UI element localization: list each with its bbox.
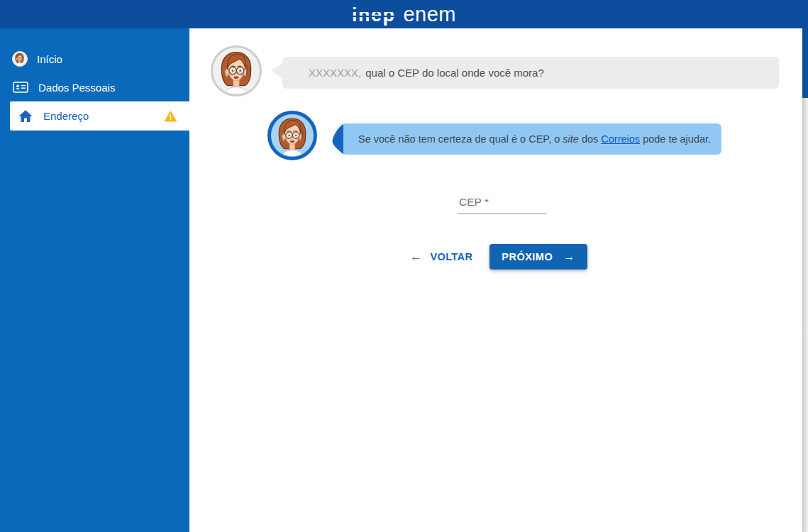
enem-registration-page: inep enem Início Dados Pessoais [0,0,808,532]
sidebar-item-label: Início [37,53,62,65]
inep-enem-logo: inep enem [352,4,456,25]
chat-question-text: XXXXXXX,qual o CEP do local onde você mo… [309,67,544,79]
sidebar-item-dados-pessoais[interactable]: Dados Pessoais [0,73,189,101]
chat-bubble-question: XXXXXXX,qual o CEP do local onde você mo… [282,57,779,89]
sidebar-item-inicio[interactable]: Início [0,45,189,73]
user-name-placeholder: XXXXXXX, [309,67,361,79]
hint-part3: pode te ajudar. [640,133,711,145]
arrow-left-icon: ← [410,250,422,264]
assistant-avatar-highlighted [267,111,317,160]
hint-italic: site [563,133,579,145]
cep-input[interactable] [458,193,546,214]
inep-logo-stripe [350,11,397,13]
home-icon [17,108,34,125]
chat-bubble-hint: Se você não tem certeza de qual é o CEP,… [342,123,721,155]
arrow-right-icon: → [563,250,575,263]
page-scrollbar[interactable] [802,0,808,532]
voltar-button[interactable]: ← VOLTAR [410,246,472,267]
sidebar-item-endereco[interactable]: Endereço [10,101,189,131]
app-header: inep enem [0,0,808,28]
hint-part1: Se você não tem certeza de qual é o CEP,… [358,133,563,145]
enem-logo-text: enem [403,4,456,25]
scrollbar-thumb[interactable] [802,0,808,98]
sidebar-nav: Início Dados Pessoais Endereço [0,28,189,532]
proximo-button[interactable]: PRÓXIMO → [489,244,587,270]
inep-logo-text: inep [352,4,396,26]
voltar-button-label: VOLTAR [430,251,472,262]
inep-logo: inep [352,6,396,25]
sidebar-item-label: Endereço [43,110,89,122]
bubble-tail [331,123,344,155]
correios-link[interactable]: Correios [601,133,640,145]
inep-logo-stripe [350,16,397,18]
section-warning-badge [165,111,177,122]
id-card-icon [12,79,29,96]
chat-hint-text: Se você não tem certeza de qual é o CEP,… [358,133,711,145]
proximo-button-label: PRÓXIMO [502,251,553,262]
warning-triangle-icon [165,111,177,122]
assistant-avatar [211,45,262,96]
hint-part2: dos [579,133,601,145]
main-content [189,28,802,532]
avatar-icon [12,51,28,67]
sidebar-item-label: Dados Pessoais [38,82,115,94]
question-text: qual o CEP do local onde você mora? [365,67,544,79]
